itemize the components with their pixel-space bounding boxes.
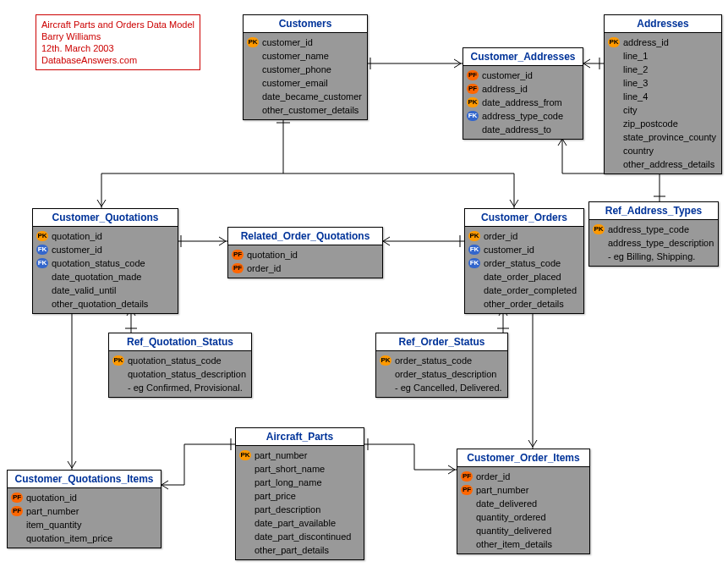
entity-title: Customer_Quotations [33, 209, 178, 227]
attribute-row: quotation_status_description [112, 367, 248, 381]
pf-key-icon: PF [11, 506, 23, 516]
attribute-name: - eg Cancelled, Delivered. [395, 382, 502, 394]
attribute-name: part_short_name [255, 463, 325, 475]
attribute-row: part_long_name [239, 476, 360, 489]
attribute-name: address_type_code [608, 223, 689, 235]
attribute-row: FKcustomer_id [468, 243, 580, 256]
attribute-name: part_number [26, 505, 79, 517]
pf-key-icon: PF [11, 493, 23, 503]
attribute-row: other_part_details [239, 543, 360, 557]
attribute-name: other_address_details [623, 158, 714, 170]
pk-key-icon: PK [380, 355, 391, 366]
entity-title: Customer_Order_Items [457, 449, 589, 467]
attribute-row: customer_phone [247, 63, 364, 76]
entity-title: Customer_Orders [465, 209, 583, 227]
attribute-row: line_2 [608, 63, 718, 76]
attribute-row: FKquotation_status_code [36, 256, 174, 270]
attribute-row: - eg Cancelled, Delivered. [380, 381, 504, 394]
attribute-name: part_number [255, 449, 307, 461]
pk-key-icon: PK [608, 37, 620, 47]
attribute-row: date_delivered [461, 497, 586, 510]
attribute-row: city [608, 103, 718, 117]
attribute-name: order_id [484, 230, 517, 242]
entity-title: Customers [244, 15, 367, 33]
attribute-row: other_address_details [608, 157, 718, 171]
attribute-row: date_valid_until [36, 284, 174, 297]
diagram-info-box: Aircraft Parts and Orders Data Model Bar… [36, 14, 200, 70]
attribute-name: state_province_county [623, 131, 716, 143]
attribute-row: PKorder_status_code [380, 354, 504, 367]
entity-related-order-quotations: Related_Order_Quotations PFquotation_idP… [227, 227, 383, 278]
attribute-name: - eg Confirmed, Provisional. [128, 382, 243, 394]
entity-title: Addresses [605, 15, 721, 33]
fk-key-icon: FK [467, 111, 479, 121]
attribute-row: part_description [239, 503, 360, 516]
attribute-name: customer_id [262, 36, 313, 48]
pk-key-icon: PK [36, 231, 48, 241]
attribute-row: PKaddress_type_code [593, 223, 714, 236]
attribute-name: date_part_available [255, 517, 336, 529]
attribute-name: order_status_description [395, 368, 496, 380]
attribute-name: part_price [255, 490, 296, 502]
attribute-name: customer_name [262, 50, 329, 62]
attribute-row: part_short_name [239, 462, 360, 476]
attribute-row: PForder_id [461, 470, 586, 483]
entity-body: PKaddress_type_codeaddress_type_descript… [589, 220, 718, 266]
attribute-row: PFpart_number [11, 504, 157, 518]
attribute-row: PKcustomer_id [247, 36, 364, 49]
attribute-row: PFquotation_id [11, 491, 157, 504]
attribute-row: order_status_description [380, 367, 504, 381]
attribute-name: part_number [476, 484, 528, 496]
entity-ref-order-status: Ref_Order_Status PKorder_status_codeorde… [375, 333, 508, 398]
attribute-row: date_part_available [239, 516, 360, 530]
entity-customer-addresses: Customer_Addresses PFcustomer_idPFaddres… [463, 47, 583, 140]
entity-customer-quotations-items: Customer_Quotations_Items PFquotation_id… [7, 470, 161, 548]
pk-key-icon: PK [467, 97, 479, 107]
attribute-row: line_3 [608, 76, 718, 90]
attribute-row: line_1 [608, 49, 718, 63]
attribute-row: other_quotation_details [36, 297, 174, 311]
attribute-row: FKorder_status_code [468, 256, 580, 270]
attribute-name: date_address_from [482, 96, 562, 108]
diagram-title: Aircraft Parts and Orders Data Model [41, 19, 194, 30]
pf-key-icon: PF [461, 471, 473, 482]
fk-key-icon: FK [468, 258, 480, 268]
entity-body: PKquotation_status_codequotation_status_… [109, 351, 251, 397]
pk-key-icon: PK [468, 231, 480, 241]
attribute-name: date_became_customer [262, 91, 362, 102]
entity-body: PKaddress_idline_1line_2line_3line_4city… [605, 33, 721, 173]
attribute-name: part_long_name [255, 476, 322, 488]
entity-title: Ref_Order_Status [376, 333, 507, 351]
attribute-row: line_4 [608, 90, 718, 103]
attribute-row: customer_name [247, 49, 364, 63]
attribute-name: quotation_status_description [128, 368, 246, 380]
attribute-row: PFpart_number [461, 483, 586, 497]
attribute-row: PKdate_address_from [467, 96, 579, 109]
attribute-name: quotation_id [26, 492, 77, 504]
entity-body: PKorder_status_codeorder_status_descript… [376, 351, 507, 397]
attribute-name: customer_id [52, 244, 102, 256]
attribute-row: PKaddress_id [608, 36, 718, 49]
pk-key-icon: PK [593, 224, 605, 234]
attribute-row: PKquotation_status_code [112, 354, 248, 367]
attribute-name: country [623, 145, 654, 157]
pk-key-icon: PK [239, 450, 251, 460]
entity-aircraft-parts: Aircraft_Parts PKpart_numberpart_short_n… [235, 427, 364, 560]
attribute-name: other_part_details [255, 544, 329, 556]
attribute-row: FKaddress_type_code [467, 109, 579, 123]
attribute-name: date_quotation_made [52, 271, 141, 283]
attribute-row: - eg Billing, Shipping. [593, 250, 714, 263]
attribute-name: quotation_item_price [26, 532, 112, 544]
attribute-name: address_id [623, 36, 669, 48]
attribute-name: date_part_discontinued [255, 531, 351, 542]
entity-body: PKquotation_idFKcustomer_idFKquotation_s… [33, 227, 178, 313]
attribute-row: - eg Confirmed, Provisional. [112, 381, 248, 394]
diagram-author: Barry Williams [41, 30, 194, 42]
attribute-name: quantity_delivered [476, 525, 551, 537]
attribute-name: address_type_code [482, 110, 563, 122]
diagram-site: DatabaseAnswers.com [41, 54, 194, 66]
entity-title: Related_Order_Quotations [228, 228, 382, 245]
entity-body: PFcustomer_idPFaddress_idPKdate_address_… [463, 66, 583, 139]
entity-title: Customer_Addresses [463, 48, 583, 66]
attribute-name: zip_postcode [623, 118, 678, 129]
